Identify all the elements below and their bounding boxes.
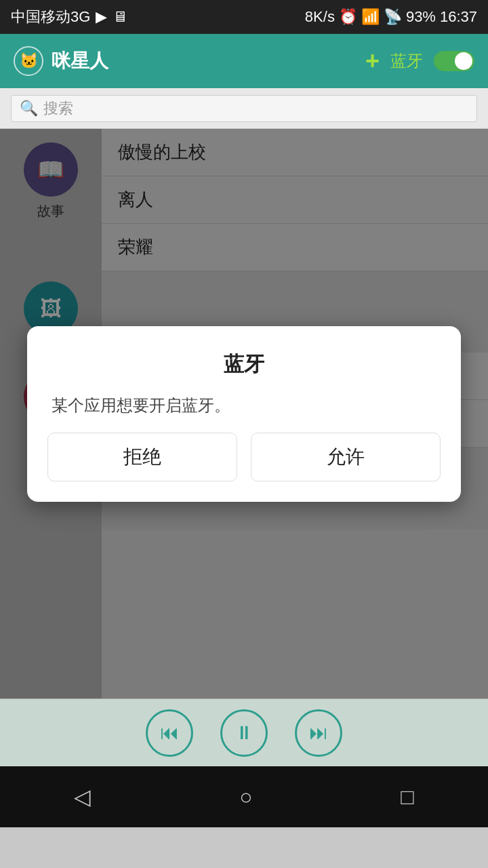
- alarm-icon: ⏰: [339, 8, 357, 26]
- signal-icon: 📡: [384, 8, 402, 26]
- app-title: 咪星人: [52, 48, 108, 74]
- carrier-text: 中国移动3G: [11, 7, 90, 27]
- next-button[interactable]: ⏭: [295, 709, 342, 757]
- search-placeholder: 搜索: [43, 98, 73, 119]
- recent-button[interactable]: □: [401, 785, 413, 810]
- dialog-title: 蓝牙: [224, 351, 264, 378]
- toggle-knob: [455, 52, 472, 70]
- status-bar: 中国移动3G ▶ 🖥 8K/s ⏰ 📶 📡 93% 16:37: [0, 0, 488, 34]
- prev-button[interactable]: ⏮: [146, 709, 193, 757]
- status-left: 中国移动3G ▶ 🖥: [11, 7, 127, 27]
- allow-button[interactable]: 允许: [251, 433, 441, 481]
- back-button[interactable]: ◁: [74, 784, 91, 810]
- bluetooth-toggle[interactable]: [434, 51, 474, 71]
- bluetooth-label: 蓝牙: [390, 50, 423, 72]
- time-text: 16:37: [440, 8, 477, 26]
- search-input[interactable]: 🔍 搜索: [11, 95, 477, 122]
- status-right: 8K/s ⏰ 📶 📡 93% 16:37: [305, 8, 477, 26]
- app-logo: 🐱: [14, 46, 43, 76]
- battery-text: 93%: [406, 8, 436, 26]
- play-icon: ▶: [96, 8, 107, 26]
- search-icon: 🔍: [20, 100, 38, 117]
- header-left: 🐱 咪星人: [14, 46, 108, 76]
- player-bar: ⏮ ⏸ ⏭: [0, 698, 488, 766]
- main-area: 📖 故事 🖼 📥 本地 傲慢的上校 离人 荣耀 Jive Cool Magic …: [0, 129, 488, 698]
- reject-button[interactable]: 拒绝: [47, 433, 237, 481]
- home-button[interactable]: ○: [239, 785, 252, 810]
- notification-icon: 🖥: [113, 8, 127, 26]
- wifi-icon: 📶: [361, 8, 380, 26]
- network-speed: 8K/s: [305, 8, 335, 26]
- app-header: 🐱 咪星人 + 蓝牙: [0, 34, 488, 88]
- bluetooth-dialog: 蓝牙 某个应用想要开启蓝牙。 拒绝 允许: [27, 326, 461, 502]
- pause-button[interactable]: ⏸: [220, 709, 268, 757]
- add-button[interactable]: +: [365, 47, 380, 75]
- search-bar: 🔍 搜索: [0, 88, 488, 129]
- dialog-message: 某个应用想要开启蓝牙。: [47, 395, 441, 416]
- nav-bar: ◁ ○ □: [0, 766, 488, 827]
- header-right: + 蓝牙: [365, 47, 474, 75]
- dialog-overlay: 蓝牙 某个应用想要开启蓝牙。 拒绝 允许: [0, 129, 488, 698]
- dialog-buttons: 拒绝 允许: [47, 433, 441, 481]
